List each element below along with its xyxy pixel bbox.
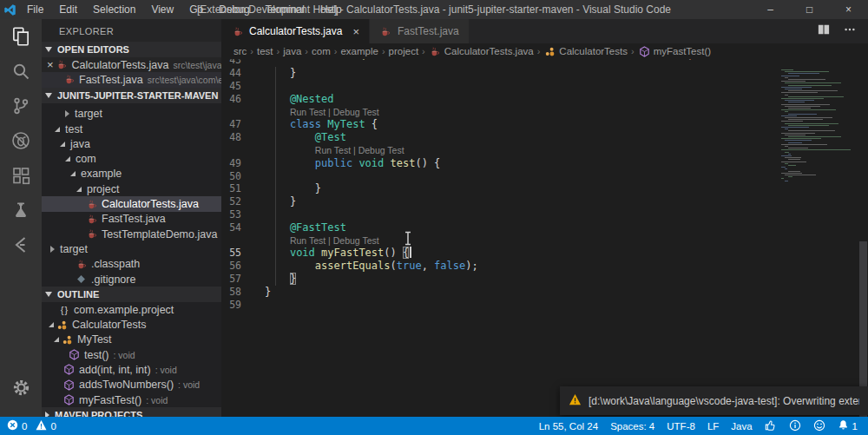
breadcrumb-item[interactable]: project (389, 46, 419, 56)
breadcrumb-item[interactable]: example (340, 46, 378, 56)
line-number[interactable]: 49 (221, 157, 265, 169)
minimap[interactable] (781, 69, 858, 208)
line-number[interactable]: 58 (221, 286, 265, 298)
line-number[interactable]: 55 (221, 247, 265, 259)
tab-FastTest.java[interactable]: FastTest.java (370, 19, 470, 43)
status-language-mode[interactable]: Java (731, 421, 752, 432)
line-number[interactable]: 44 (221, 67, 265, 79)
line-number[interactable]: 50 (221, 170, 265, 182)
section-header-project-tree[interactable]: JUNIT5-JUPITER-STARTER-MAVEN (42, 88, 221, 103)
status-info[interactable] (789, 419, 801, 433)
code-line[interactable]: 53 (221, 208, 868, 221)
outline-item[interactable]: MyTest (42, 333, 221, 347)
outline-item[interactable]: myFastTest(): void (42, 392, 221, 407)
project-tree-item[interactable]: .gitignore (42, 272, 221, 287)
menu-edit[interactable]: Edit (51, 0, 85, 19)
codelens-row[interactable]: Run Test | Debug Test (221, 144, 868, 157)
code-editor[interactable]: 43 assertEquals(2, calculator.add(1, 1),… (221, 54, 868, 311)
close-icon[interactable]: × (47, 58, 54, 71)
project-tree-item[interactable]: target (42, 241, 221, 256)
project-tree-item[interactable]: CalculatorTests.java (42, 196, 221, 211)
split-editor-icon[interactable] (818, 23, 830, 39)
line-number[interactable]: 47 (221, 118, 265, 130)
code-line[interactable]: 50 (221, 169, 868, 182)
line-number[interactable]: 53 (221, 208, 265, 221)
section-header-open-editors[interactable]: OPEN EDITORS (42, 42, 221, 57)
status-feedback-smiley[interactable] (813, 419, 825, 433)
activity-gear-icon[interactable] (0, 370, 42, 405)
status-notifications[interactable]: 1 (838, 419, 858, 432)
breadcrumb-item[interactable]: CalculatorTests (543, 46, 628, 57)
code-line[interactable]: 57 } (221, 273, 868, 286)
outline-item[interactable]: test(): void (42, 347, 221, 362)
menu-view[interactable]: View (143, 0, 181, 19)
codelens-link[interactable]: Run Test | Debug Test (315, 145, 404, 155)
menu-selection[interactable]: Selection (85, 0, 143, 19)
outline-item[interactable]: { }com.example.project (42, 302, 221, 317)
code-line[interactable]: 59 (221, 298, 868, 311)
status-cursor-position[interactable]: Ln 55, Col 24 (539, 421, 598, 432)
status-encoding[interactable]: UTF-8 (667, 421, 695, 432)
status-feedback[interactable] (765, 419, 777, 433)
menu-file[interactable]: File (19, 0, 51, 19)
status-warnings[interactable]: 0 (36, 419, 56, 432)
project-tree-item[interactable]: target (42, 107, 221, 122)
open-editors-item[interactable]: ×CalculatorTests.javasrc\test\java\co... (42, 57, 221, 72)
code-line[interactable]: 51 } (221, 182, 868, 195)
outline-item[interactable]: addsTwoNumbers(): void (42, 378, 221, 392)
codelens-link[interactable]: Run Test | Debug Test (290, 235, 379, 246)
section-header-outline[interactable]: OUTLINE (42, 287, 221, 302)
project-tree-item[interactable]: test (42, 122, 221, 136)
code-line[interactable]: 58} (221, 285, 868, 298)
outline-item[interactable]: CalculatorTests (42, 317, 221, 332)
codelens-row[interactable]: Run Test | Debug Test (221, 234, 868, 247)
line-number[interactable]: 57 (221, 273, 265, 285)
open-editors-item[interactable]: FastTest.javasrc\test\java\com\examp... (42, 72, 221, 87)
breadcrumb-item[interactable]: test (257, 46, 273, 56)
line-number[interactable]: 59 (221, 299, 265, 311)
breadcrumb-item[interactable]: java (283, 46, 301, 56)
line-number[interactable]: 46 (221, 93, 265, 105)
line-number[interactable]: 45 (221, 80, 265, 92)
close-button[interactable]: × (829, 0, 868, 19)
outline-item[interactable]: add(int, int, int): void (42, 362, 221, 377)
status-indentation[interactable]: Spaces: 4 (610, 421, 654, 432)
code-line[interactable]: 44 } (221, 67, 868, 80)
line-number[interactable]: 48 (221, 131, 265, 143)
project-tree-item[interactable]: .classpath (42, 257, 221, 272)
activity-debug-icon[interactable] (0, 123, 42, 158)
code-line[interactable]: 52 } (221, 195, 868, 208)
activity-java-ext-icon[interactable] (0, 227, 42, 262)
activity-search-icon[interactable] (0, 54, 42, 89)
ellipsis-icon[interactable] (844, 23, 856, 39)
codelens-link[interactable]: Run Test | Debug Test (290, 107, 379, 117)
breadcrumb-item[interactable]: src (233, 46, 247, 56)
code-line[interactable]: 54 @FastTest (221, 221, 868, 234)
activity-extensions-icon[interactable] (0, 158, 42, 193)
project-tree-item[interactable]: java (42, 136, 221, 151)
activity-explorer-icon[interactable] (0, 19, 42, 54)
minimize-button[interactable]: – (751, 0, 790, 19)
code-line[interactable]: 48 @Test (221, 131, 868, 144)
breadcrumb-item[interactable]: com (312, 46, 331, 56)
code-line[interactable]: 56 assertEquals(true, false); (221, 260, 868, 273)
activity-test-beaker-icon[interactable] (0, 193, 42, 227)
tab-CalculatorTests.java[interactable]: CalculatorTests.java× (221, 19, 370, 43)
status-errors[interactable]: 0 (7, 419, 27, 432)
code-line[interactable]: 55 void myFastTest() { (221, 247, 868, 260)
project-tree-item[interactable]: TestTemplateDemo.java (42, 227, 221, 241)
code-line[interactable]: 46 @Nested (221, 92, 868, 105)
project-tree-item[interactable]: project (42, 181, 221, 196)
project-tree-item[interactable]: com (42, 151, 221, 166)
activity-source-control-icon[interactable] (0, 89, 42, 123)
line-number[interactable]: 56 (221, 260, 265, 272)
code-line[interactable]: 47 class MyTest { (221, 118, 868, 131)
breadcrumb-item[interactable]: CalculatorTests.java (429, 46, 534, 57)
line-number[interactable]: 54 (221, 221, 265, 234)
codelens-row[interactable]: Run Test | Debug Test (221, 105, 868, 118)
tab-close-icon[interactable]: × (352, 25, 359, 38)
maximize-button[interactable]: □ (790, 0, 829, 19)
code-line[interactable]: 49 public void test() { (221, 156, 868, 169)
code-line[interactable]: 45 (221, 80, 868, 93)
section-header-maven-projects[interactable]: MAVEN PROJECTS (42, 407, 221, 417)
